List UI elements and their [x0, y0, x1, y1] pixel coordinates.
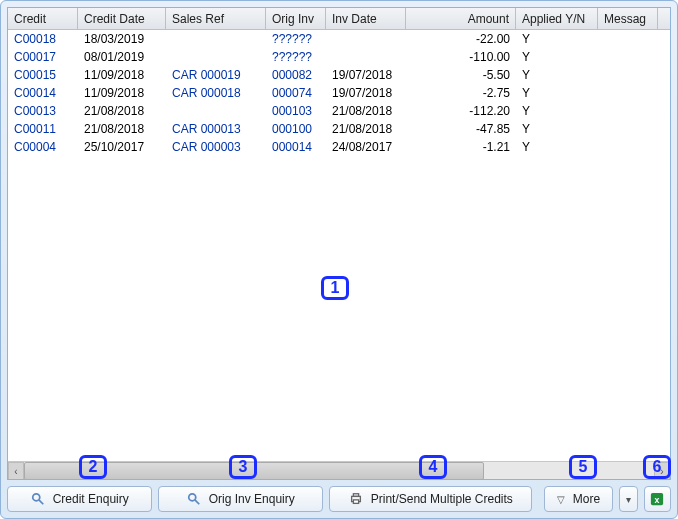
cell-message: [598, 30, 658, 48]
scroll-right-arrow-icon[interactable]: ›: [654, 462, 670, 480]
cell-credit[interactable]: C00011: [8, 120, 78, 138]
cell-sales-ref[interactable]: CAR 000018: [166, 84, 266, 102]
cell-sales-ref: [166, 102, 266, 120]
orig-inv-enquiry-label: Orig Inv Enquiry: [209, 492, 295, 506]
credits-window: Credit Credit Date Sales Ref Orig Inv In…: [0, 0, 678, 519]
cell-applied: Y: [516, 84, 598, 102]
col-orig-inv[interactable]: Orig Inv: [266, 8, 326, 29]
svg-line-3: [195, 500, 199, 504]
cell-sales-ref[interactable]: CAR 000013: [166, 120, 266, 138]
cell-credit-date: 25/10/2017: [78, 138, 166, 156]
svg-point-2: [189, 494, 196, 501]
cell-sales-ref: [166, 48, 266, 66]
cell-message: [598, 48, 658, 66]
cell-credit[interactable]: C00004: [8, 138, 78, 156]
cell-orig-inv[interactable]: ??????: [266, 30, 326, 48]
cell-credit[interactable]: C00013: [8, 102, 78, 120]
svg-rect-5: [353, 494, 358, 497]
cell-inv-date: 21/08/2018: [326, 102, 406, 120]
cell-sales-ref[interactable]: CAR 000019: [166, 66, 266, 84]
cell-amount: -2.75: [406, 84, 516, 102]
cell-amount: -110.00: [406, 48, 516, 66]
cell-sales-ref[interactable]: CAR 000003: [166, 138, 266, 156]
print-multi-label: Print/Send Multiple Credits: [371, 492, 513, 506]
cell-applied: Y: [516, 102, 598, 120]
col-message[interactable]: Messag: [598, 8, 658, 29]
caret-down-icon: ▾: [626, 494, 631, 505]
table-body[interactable]: C0001818/03/2019??????-22.00YC0001708/01…: [8, 30, 670, 461]
table-row[interactable]: C0001321/08/201800010321/08/2018-112.20Y: [8, 102, 670, 120]
cell-applied: Y: [516, 30, 598, 48]
printer-icon: [349, 492, 363, 506]
table-header: Credit Credit Date Sales Ref Orig Inv In…: [8, 8, 670, 30]
cell-amount: -22.00: [406, 30, 516, 48]
cell-inv-date: 19/07/2018: [326, 84, 406, 102]
cell-applied: Y: [516, 66, 598, 84]
cell-credit-date: 11/09/2018: [78, 84, 166, 102]
col-inv-date[interactable]: Inv Date: [326, 8, 406, 29]
cell-credit-date: 21/08/2018: [78, 102, 166, 120]
cell-inv-date: [326, 30, 406, 48]
cell-inv-date: 19/07/2018: [326, 66, 406, 84]
more-dropdown-button[interactable]: ▾: [619, 486, 638, 512]
cell-inv-date: 21/08/2018: [326, 120, 406, 138]
cell-credit-date: 11/09/2018: [78, 66, 166, 84]
cell-amount: -1.21: [406, 138, 516, 156]
cell-orig-inv[interactable]: 000082: [266, 66, 326, 84]
table-row[interactable]: C0001411/09/2018CAR 00001800007419/07/20…: [8, 84, 670, 102]
cell-applied: Y: [516, 120, 598, 138]
table-row[interactable]: C0001121/08/2018CAR 00001300010021/08/20…: [8, 120, 670, 138]
cell-message: [598, 84, 658, 102]
col-applied[interactable]: Applied Y/N: [516, 8, 598, 29]
toolbar: Credit Enquiry Orig Inv Enquiry Print/Se…: [7, 486, 671, 512]
cell-orig-inv[interactable]: 000103: [266, 102, 326, 120]
print-multi-button[interactable]: Print/Send Multiple Credits: [329, 486, 532, 512]
col-credit-date[interactable]: Credit Date: [78, 8, 166, 29]
cell-orig-inv[interactable]: 000074: [266, 84, 326, 102]
credit-enquiry-button[interactable]: Credit Enquiry: [7, 486, 152, 512]
credit-enquiry-label: Credit Enquiry: [53, 492, 129, 506]
table-row[interactable]: C0001708/01/2019??????-110.00Y: [8, 48, 670, 66]
credits-table: Credit Credit Date Sales Ref Orig Inv In…: [7, 7, 671, 480]
table-row[interactable]: C0001511/09/2018CAR 00001900008219/07/20…: [8, 66, 670, 84]
cell-credit[interactable]: C00015: [8, 66, 78, 84]
cell-credit[interactable]: C00014: [8, 84, 78, 102]
scroll-thumb[interactable]: [24, 462, 484, 480]
cell-message: [598, 138, 658, 156]
chevron-down-icon: ▽: [557, 494, 565, 505]
cell-credit[interactable]: C00017: [8, 48, 78, 66]
col-amount[interactable]: Amount: [406, 8, 516, 29]
cell-credit[interactable]: C00018: [8, 30, 78, 48]
cell-credit-date: 18/03/2019: [78, 30, 166, 48]
more-label: More: [573, 492, 600, 506]
magnifier-icon: [187, 492, 201, 506]
cell-amount: -47.85: [406, 120, 516, 138]
cell-sales-ref: [166, 30, 266, 48]
cell-inv-date: 24/08/2017: [326, 138, 406, 156]
cell-orig-inv[interactable]: 000100: [266, 120, 326, 138]
cell-credit-date: 21/08/2018: [78, 120, 166, 138]
col-credit[interactable]: Credit: [8, 8, 78, 29]
cell-orig-inv[interactable]: ??????: [266, 48, 326, 66]
col-sales-ref[interactable]: Sales Ref: [166, 8, 266, 29]
cell-message: [598, 120, 658, 138]
cell-amount: -5.50: [406, 66, 516, 84]
scroll-left-arrow-icon[interactable]: ‹: [8, 462, 24, 480]
excel-icon: x: [650, 492, 664, 506]
svg-point-0: [32, 494, 39, 501]
cell-orig-inv[interactable]: 000014: [266, 138, 326, 156]
horizontal-scrollbar[interactable]: ‹ ›: [8, 461, 670, 479]
orig-inv-enquiry-button[interactable]: Orig Inv Enquiry: [158, 486, 323, 512]
svg-text:x: x: [655, 495, 660, 505]
magnifier-icon: [31, 492, 45, 506]
cell-inv-date: [326, 48, 406, 66]
table-row[interactable]: C0000425/10/2017CAR 00000300001424/08/20…: [8, 138, 670, 156]
cell-applied: Y: [516, 48, 598, 66]
cell-message: [598, 66, 658, 84]
svg-line-1: [39, 500, 43, 504]
more-button[interactable]: ▽ More: [544, 486, 612, 512]
export-excel-button[interactable]: x: [644, 486, 671, 512]
cell-credit-date: 08/01/2019: [78, 48, 166, 66]
table-row[interactable]: C0001818/03/2019??????-22.00Y: [8, 30, 670, 48]
cell-message: [598, 102, 658, 120]
